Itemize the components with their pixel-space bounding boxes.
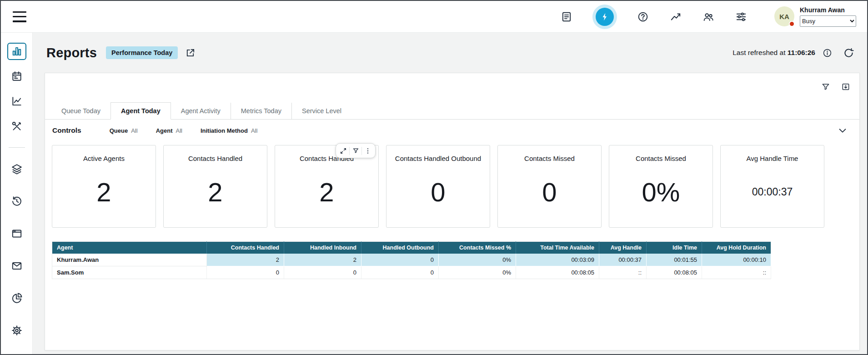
sidebar-item-settings-gear[interactable] (7, 322, 26, 339)
kpi-active-agents: Active Agents 2 (52, 145, 156, 228)
table-row: Sam.Som 0 0 0 0% 00:08:05 :: 00:08:05 :: (52, 266, 771, 279)
metric-cell: 00:08:05 (516, 266, 599, 279)
metric-cell: 00:00:10 (702, 254, 771, 266)
agent-metrics-table: Agent Contacts Handled Handled Inbound H… (52, 241, 771, 279)
agent-name-cell: Khurram.Awan (52, 254, 207, 266)
col-contacts-missed-pct[interactable]: Contacts Missed % (439, 242, 516, 254)
sidebar (1, 33, 33, 354)
kpi-contacts-missed: Contacts Missed 0 (497, 145, 602, 228)
filter-agent[interactable]: Agent All (156, 127, 182, 134)
download-icon[interactable] (841, 82, 850, 91)
report-tabs: Queue Today Agent Today Agent Activity M… (45, 73, 859, 120)
col-handled-outbound[interactable]: Handled Outbound (361, 242, 439, 254)
user-name: Khurram Awan (800, 6, 856, 14)
users-icon[interactable] (702, 11, 714, 23)
avatar-initials: KA (779, 13, 789, 20)
table-header-row: Agent Contacts Handled Handled Inbound H… (52, 242, 771, 254)
last-refreshed-text: Last refreshed at 11:06:26 (733, 49, 815, 57)
filter-initiation-method[interactable]: Initiation Method All (201, 127, 257, 134)
sidebar-item-stack[interactable] (7, 160, 26, 178)
topbar-actions: KA Khurram Awan Busy (561, 6, 856, 27)
report-name-badge: Performance Today (106, 46, 178, 59)
metric-cell: 0% (439, 254, 516, 266)
col-avg-handle[interactable]: Avg Handle (599, 242, 647, 254)
col-handled-inbound[interactable]: Handled Inbound (284, 242, 361, 254)
tab-service-level[interactable]: Service Level (291, 103, 351, 119)
metric-cell: 2 (284, 254, 361, 266)
tab-agent-activity[interactable]: Agent Activity (171, 103, 231, 119)
page-head: Reports Performance Today Last refreshed… (33, 33, 867, 73)
kebab-menu-icon[interactable] (362, 145, 374, 157)
metric-cell: 00:01:55 (647, 254, 702, 266)
widget-toolbar (336, 143, 376, 158)
metric-cell: 0 (361, 266, 439, 279)
col-agent[interactable]: Agent (52, 242, 207, 254)
metric-cell: :: (702, 266, 771, 279)
sidebar-item-tools[interactable] (7, 118, 26, 135)
info-icon[interactable] (823, 48, 832, 58)
status-select[interactable]: Busy (800, 15, 856, 27)
metric-cell: 0% (439, 266, 516, 279)
tab-metrics-today[interactable]: Metrics Today (231, 103, 291, 119)
chevron-down-icon[interactable] (838, 125, 848, 135)
col-idle-time[interactable]: Idle Time (647, 242, 702, 254)
user-cluster: KA Khurram Awan Busy (774, 6, 856, 27)
metric-cell: 0 (361, 254, 439, 266)
controls-bar: Controls Queue All Agent All Initiation … (45, 120, 859, 141)
metric-cell: 0 (284, 266, 361, 279)
metric-cell: 2 (207, 254, 284, 266)
sidebar-item-mail[interactable] (7, 257, 26, 275)
kpi-contacts-handled: Contacts Handled 2 (163, 145, 267, 228)
top-bar: KA Khurram Awan Busy (1, 1, 867, 33)
controls-label: Controls (52, 126, 81, 135)
col-contacts-handled[interactable]: Contacts Handled (207, 242, 284, 254)
metric-cell: 00:03:09 (516, 254, 599, 266)
tab-queue-today[interactable]: Queue Today (51, 103, 110, 119)
filter-icon[interactable] (821, 82, 830, 91)
filters: Queue All Agent All Initiation Method Al… (110, 127, 258, 134)
kpi-avg-handle-time: Avg Handle Time 00:00:37 (720, 145, 824, 228)
metric-cell: 00:00:37 (599, 254, 647, 266)
sidebar-item-history[interactable] (7, 193, 26, 210)
help-icon[interactable] (637, 11, 649, 23)
expand-icon[interactable] (337, 145, 349, 157)
card-tools (821, 82, 850, 91)
notes-icon[interactable] (561, 11, 572, 23)
hamburger-menu-icon[interactable] (13, 11, 26, 22)
kpi-contacts-handled-outbound: Contacts Handled Outbound 0 (386, 145, 490, 228)
analytics-icon[interactable] (670, 11, 682, 23)
report-card: Queue Today Agent Today Agent Activity M… (45, 73, 860, 350)
sidebar-item-metrics[interactable] (7, 43, 26, 60)
metric-cell: :: (599, 266, 647, 279)
table-row: Khurram.Awan 2 2 0 0% 00:03:09 00:00:37 … (52, 254, 771, 266)
sidebar-item-pie-chart[interactable] (7, 290, 26, 307)
last-refreshed-time: 11:06:26 (788, 49, 815, 56)
avatar[interactable]: KA (774, 6, 794, 26)
tab-agent-today[interactable]: Agent Today (110, 102, 171, 120)
kpi-row: Active Agents 2 Contacts Handled 2 Conta… (45, 141, 859, 228)
metric-cell: 00:08:05 (647, 266, 702, 279)
filter-queue[interactable]: Queue All (110, 127, 138, 134)
settings-sliders-icon[interactable] (735, 11, 747, 23)
col-total-time-available[interactable]: Total Time Available (516, 242, 599, 254)
agent-name-cell: Sam.Som (52, 266, 207, 279)
col-avg-hold-duration[interactable]: Avg Hold Duration (702, 242, 771, 254)
refresh-icon[interactable] (843, 47, 854, 59)
main-content: Reports Performance Today Last refreshed… (33, 33, 867, 354)
metric-cell: 0 (207, 266, 284, 279)
refresh-area: Last refreshed at 11:06:26 (733, 47, 854, 59)
busy-status-dot (789, 21, 795, 27)
external-link-icon[interactable] (185, 48, 196, 58)
sidebar-item-schedule[interactable] (7, 68, 26, 85)
sidebar-divider (9, 147, 25, 148)
agent-table-wrap: Agent Contacts Handled Handled Inbound H… (52, 241, 859, 279)
kpi-contacts-missed-pct: Contacts Missed 0% (609, 145, 713, 228)
page-title: Reports (46, 45, 97, 60)
quick-actions-icon[interactable] (596, 8, 614, 26)
sidebar-item-trends[interactable] (7, 93, 26, 110)
widget-filter-icon[interactable] (350, 145, 361, 157)
app-window: KA Khurram Awan Busy (0, 0, 868, 355)
sidebar-item-window[interactable] (7, 225, 26, 242)
